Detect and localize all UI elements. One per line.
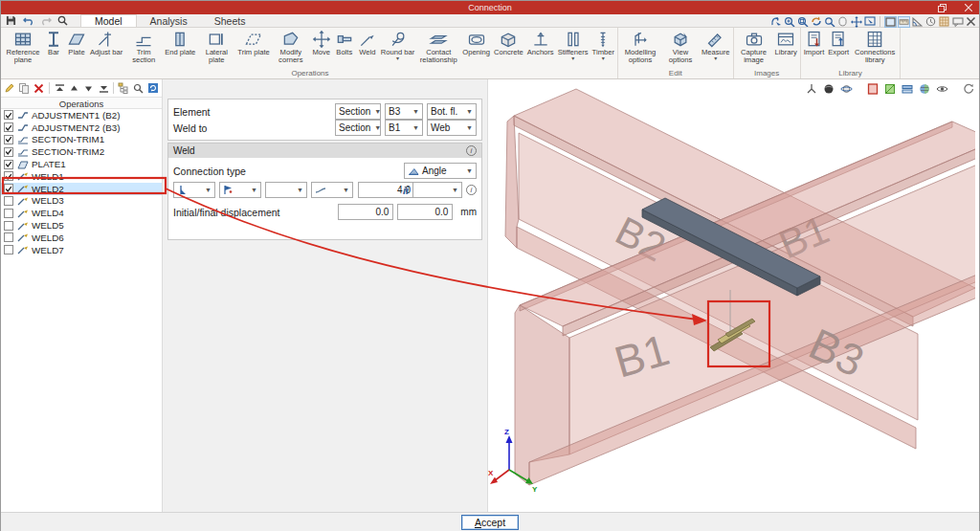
zoom-selected-icon[interactable]	[823, 16, 835, 28]
ruler-icon[interactable]	[898, 16, 910, 28]
delete-operation-icon[interactable]	[33, 81, 45, 95]
refresh-pointer-icon[interactable]	[769, 16, 782, 28]
connection-type-combo[interactable]: Angle▼	[404, 163, 477, 179]
info-icon[interactable]: i	[466, 185, 477, 195]
trim-section-button[interactable]: Trim section	[124, 29, 163, 68]
close-window-button[interactable]	[962, 3, 975, 13]
opening-button[interactable]: Opening	[460, 29, 492, 68]
operation-row-weld1[interactable]: WELD1	[1, 170, 162, 183]
angle-measure-icon[interactable]	[911, 16, 924, 28]
measure-button[interactable]: Measure▾	[700, 29, 732, 68]
operation-row-section-trim1[interactable]: SECTION-TRIM1	[1, 134, 162, 146]
operation-row-adjustment1[interactable]: ADJUSTMENT1 (B2)	[1, 109, 162, 122]
clock-icon[interactable]	[924, 16, 937, 28]
move-bottom-icon[interactable]	[98, 81, 109, 95]
plate-button[interactable]: Plate	[65, 29, 88, 68]
weld-material-combo[interactable]: ▼	[219, 182, 261, 198]
orbit-icon[interactable]	[839, 82, 853, 95]
visibility-eye-icon[interactable]	[935, 82, 948, 95]
pan-icon[interactable]	[850, 16, 862, 28]
end-plate-button[interactable]: End plate	[163, 29, 197, 68]
perspective-icon[interactable]	[822, 82, 835, 95]
reference-plane-button[interactable]: Reference plane	[4, 29, 42, 68]
operation-row-adjustment2[interactable]: ADJUSTMENT2 (B3)	[1, 122, 162, 134]
checkbox[interactable]	[4, 122, 13, 132]
transparent-view-icon[interactable]	[883, 82, 897, 95]
tools-icon[interactable]	[965, 16, 977, 28]
redo-icon[interactable]	[39, 15, 52, 27]
grid-notes-icon[interactable]	[938, 16, 950, 28]
move-button[interactable]: Move	[310, 29, 333, 68]
save-icon[interactable]	[5, 15, 17, 27]
move-up-icon[interactable]	[68, 81, 79, 95]
final-displacement-input[interactable]: 0.0	[397, 204, 453, 220]
view-direction-icon[interactable]	[863, 16, 876, 28]
round-bar-button[interactable]: Round bar▾	[379, 29, 416, 68]
image-library-button[interactable]: Library	[773, 29, 799, 68]
weld-to-member-combo[interactable]: B1▼	[385, 120, 423, 136]
edit-operation-icon[interactable]	[4, 81, 15, 95]
wireframe-view-icon[interactable]	[884, 16, 897, 28]
3d-viewport[interactable]: B2 B1 B1 B3	[488, 79, 979, 512]
element-part-combo[interactable]: Bot. fl.▼	[427, 103, 477, 120]
export-button[interactable]: Export	[826, 29, 851, 68]
operation-row-weld6[interactable]: WELD6	[1, 232, 162, 244]
checkbox[interactable]	[4, 196, 13, 206]
adjust-bar-button[interactable]: Adjust bar	[88, 29, 124, 68]
tab-model[interactable]: Model	[80, 14, 137, 27]
checkbox[interactable]	[4, 110, 13, 120]
modelling-options-button[interactable]: Modelling options	[619, 29, 661, 68]
copy-operation-icon[interactable]	[18, 81, 30, 95]
weld-button[interactable]: Weld	[356, 29, 379, 68]
checkbox[interactable]	[4, 221, 13, 231]
wireframe-model-icon[interactable]	[901, 82, 914, 95]
tree-view-icon[interactable]	[118, 81, 129, 95]
comment-icon[interactable]	[951, 16, 964, 28]
stiffeners-button[interactable]: Stiffeners▾	[556, 29, 590, 68]
checkbox[interactable]	[4, 209, 13, 218]
zoom-all-icon[interactable]	[783, 16, 795, 28]
lateral-plate-button[interactable]: Lateral plate	[197, 29, 235, 68]
zoom-icon[interactable]	[56, 15, 69, 27]
tab-sheets[interactable]: Sheets	[201, 14, 259, 27]
checkbox[interactable]	[4, 135, 13, 144]
view-options-button[interactable]: View options	[661, 29, 700, 68]
weld-type-combo[interactable]: ▼	[173, 182, 215, 198]
weld-side-combo[interactable]: ▼	[412, 182, 462, 198]
bar-button[interactable]: Bar	[42, 29, 65, 68]
rotate-view-icon[interactable]	[962, 82, 975, 95]
contact-relationship-button[interactable]: Contact relationship	[416, 29, 460, 68]
timber-button[interactable]: Timber▾	[590, 29, 616, 68]
render-sphere-icon[interactable]	[918, 82, 931, 95]
solid-view-icon[interactable]	[866, 82, 880, 95]
checkbox[interactable]	[4, 232, 13, 242]
operation-row-weld3[interactable]: WELD3	[1, 195, 162, 208]
operation-row-section-trim2[interactable]: SECTION-TRIM2	[1, 145, 162, 158]
tab-analysis[interactable]: Analysis	[137, 14, 201, 27]
operation-row-weld7[interactable]: WELD7	[1, 244, 162, 256]
operation-row-weld5[interactable]: WELD5	[1, 219, 162, 232]
checkbox[interactable]	[4, 245, 13, 254]
connections-library-button[interactable]: Connections library	[851, 29, 899, 68]
weld-to-part-combo[interactable]: Web▼	[427, 120, 477, 136]
move-down-icon[interactable]	[83, 81, 95, 95]
move-top-icon[interactable]	[54, 81, 65, 95]
zoom-window-icon[interactable]	[796, 16, 809, 28]
checkbox[interactable]	[4, 184, 13, 193]
accept-button[interactable]: Accept	[461, 515, 519, 530]
checkbox[interactable]	[4, 147, 13, 157]
search-icon[interactable]	[132, 81, 144, 95]
concrete-button[interactable]: Concrete	[492, 29, 525, 68]
import-button[interactable]: Import	[802, 29, 827, 68]
trim-plate-button[interactable]: Trim plate	[235, 29, 271, 68]
weld-contour-combo[interactable]: ▼	[311, 182, 353, 198]
checkbox[interactable]	[4, 160, 13, 169]
anchors-button[interactable]: Anchors	[525, 29, 556, 68]
element-member-combo[interactable]: B3▼	[385, 103, 423, 120]
redraw-icon[interactable]	[810, 16, 822, 28]
info-icon[interactable]: i	[466, 145, 477, 156]
operation-row-weld2[interactable]: WELD2	[1, 183, 162, 195]
axes-triad-icon[interactable]	[805, 82, 818, 95]
weld-option-combo[interactable]: ▼	[265, 182, 307, 198]
bolts-button[interactable]: Bolts	[333, 29, 356, 68]
